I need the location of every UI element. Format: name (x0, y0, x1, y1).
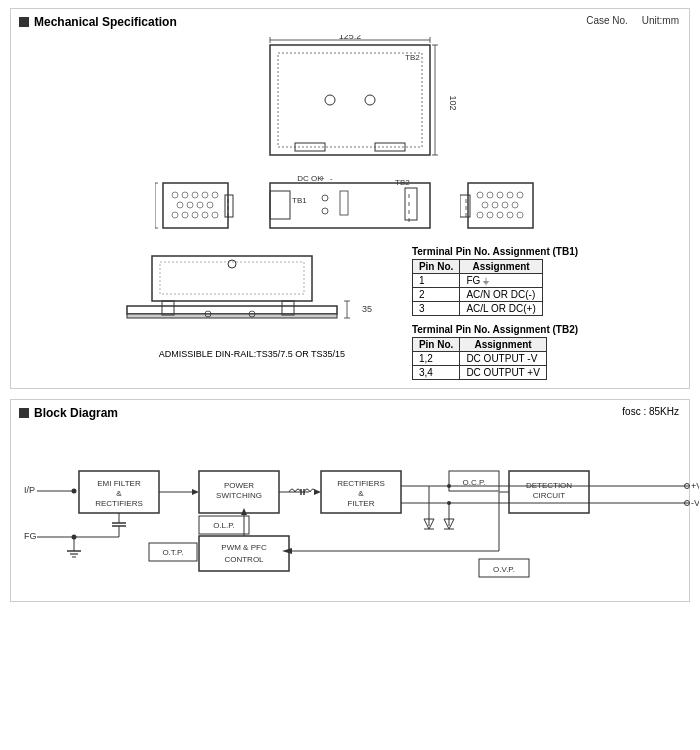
tb2-pin34: 3,4 (412, 366, 459, 380)
drawings-area: 125.2 102 TB2 32 (19, 35, 681, 380)
mechanical-header: Mechanical Specification (19, 15, 681, 29)
tb1-table: Pin No. Assignment 1 FG ⏚ 2 (412, 259, 543, 316)
block-title: Block Diagram (34, 406, 118, 420)
mechanical-section: Mechanical Specification Case No. Unit:m… (10, 8, 690, 389)
tb2-pin12: 1,2 (412, 352, 459, 366)
table-row: 2 AC/N OR DC(-) (412, 288, 542, 302)
svg-text:35: 35 (362, 304, 372, 314)
svg-rect-75 (127, 306, 337, 314)
svg-text:+V: +V (691, 481, 699, 491)
svg-point-3 (365, 95, 375, 105)
svg-point-55 (487, 192, 493, 198)
top-view-row: 125.2 102 TB2 (240, 35, 460, 165)
svg-point-58 (517, 192, 523, 198)
tb1-assign2: AC/N OR DC(-) (460, 288, 542, 302)
page: Mechanical Specification Case No. Unit:m… (0, 0, 700, 610)
svg-text:PWM & PFC: PWM & PFC (221, 543, 267, 552)
bottom-section: 35 ADMISSIBLE DIN-RAIL:TS35/7.5 OR TS35/… (19, 246, 681, 380)
tb2-header-assignment: Assignment (460, 338, 546, 352)
svg-point-22 (192, 192, 198, 198)
svg-text:FILTER: FILTER (348, 499, 375, 508)
svg-rect-74 (160, 262, 304, 294)
svg-text:-: - (330, 174, 333, 183)
svg-point-28 (207, 202, 213, 208)
mechanical-title: Mechanical Specification (34, 15, 177, 29)
svg-text:O.V.P.: O.V.P. (493, 565, 515, 574)
tb2-header-pin: Pin No. (412, 338, 459, 352)
svg-rect-19 (163, 183, 228, 228)
svg-rect-53 (468, 183, 533, 228)
svg-point-54 (477, 192, 483, 198)
svg-text:DETECTION: DETECTION (526, 481, 572, 490)
table-row: 1 FG ⏚ (412, 274, 542, 288)
tb1-pin2: 2 (412, 288, 459, 302)
svg-rect-39 (270, 191, 290, 219)
svg-point-21 (182, 192, 188, 198)
svg-text:POWER: POWER (224, 481, 254, 490)
svg-point-24 (212, 192, 218, 198)
svg-point-29 (172, 212, 178, 218)
svg-text:I/P: I/P (24, 485, 35, 495)
svg-point-73 (228, 260, 236, 268)
tb1-table-area: Terminal Pin No. Assignment (TB1) Pin No… (412, 246, 578, 316)
svg-point-67 (517, 212, 523, 218)
svg-text:RECTIFIERS: RECTIFIERS (337, 479, 385, 488)
svg-text:O.L.P.: O.L.P. (213, 521, 235, 530)
case-unit-label: Case No. Unit:mm (586, 15, 679, 26)
svg-rect-38 (270, 183, 430, 228)
svg-text:EMI FILTER: EMI FILTER (97, 479, 141, 488)
svg-text:TB2: TB2 (395, 178, 410, 187)
svg-text:TB1: TB1 (292, 196, 307, 205)
svg-text:125.2: 125.2 (339, 35, 362, 41)
table-row: 3,4 DC OUTPUT +V (412, 366, 546, 380)
svg-rect-44 (405, 188, 417, 220)
svg-text:FG: FG (24, 531, 37, 541)
svg-rect-77 (162, 301, 174, 315)
bottom-view-svg: 35 (122, 246, 382, 346)
svg-marker-113 (314, 489, 321, 495)
svg-point-30 (182, 212, 188, 218)
svg-point-66 (507, 212, 513, 218)
svg-text:CIRCUIT: CIRCUIT (533, 491, 566, 500)
front-view-svg: TB1 TB2 DC OK + - (250, 173, 450, 238)
mechanical-icon (19, 17, 29, 27)
svg-text:O.T.P.: O.T.P. (162, 548, 183, 557)
svg-point-87 (72, 489, 77, 494)
fosc-label: fosc : 85KHz (622, 406, 679, 417)
right-side-svg (460, 173, 545, 238)
rail-label: ADMISSIBLE DIN-RAIL:TS35/7.5 OR TS35/15 (159, 349, 345, 359)
tb1-assign1: FG ⏚ (460, 274, 542, 288)
svg-point-41 (322, 195, 328, 201)
tb2-table-area: Terminal Pin No. Assignment (TB2) Pin No… (412, 324, 578, 380)
svg-point-25 (177, 202, 183, 208)
svg-point-63 (477, 212, 483, 218)
svg-point-64 (487, 212, 493, 218)
svg-rect-43 (340, 191, 348, 215)
svg-point-26 (187, 202, 193, 208)
svg-rect-76 (127, 314, 337, 318)
svg-text:O.C.P.: O.C.P. (463, 478, 486, 487)
svg-rect-139 (199, 536, 289, 571)
tb2-title: Terminal Pin No. Assignment (TB2) (412, 324, 578, 335)
svg-text:SWITCHING: SWITCHING (216, 491, 262, 500)
svg-point-33 (212, 212, 218, 218)
block-icon (19, 408, 29, 418)
svg-point-62 (512, 202, 518, 208)
svg-text:&: & (116, 489, 122, 498)
tb1-pin3: 3 (412, 302, 459, 316)
svg-point-23 (202, 192, 208, 198)
tb2-assign34: DC OUTPUT +V (460, 366, 546, 380)
svg-point-2 (325, 95, 335, 105)
svg-point-20 (172, 192, 178, 198)
side-views-row: 32 (155, 173, 545, 238)
block-header: Block Diagram (19, 406, 681, 420)
svg-point-60 (492, 202, 498, 208)
svg-marker-153 (241, 508, 247, 515)
tb2-assign12: DC OUTPUT -V (460, 352, 546, 366)
tb2-table: Pin No. Assignment 1,2 DC OUTPUT -V (412, 337, 547, 380)
tb1-title: Terminal Pin No. Assignment (TB1) (412, 246, 578, 257)
top-view-svg: 125.2 102 TB2 (240, 35, 460, 165)
svg-text:102: 102 (448, 95, 458, 110)
svg-rect-1 (278, 53, 422, 147)
din-rail-area: 35 ADMISSIBLE DIN-RAIL:TS35/7.5 OR TS35/… (122, 246, 382, 359)
